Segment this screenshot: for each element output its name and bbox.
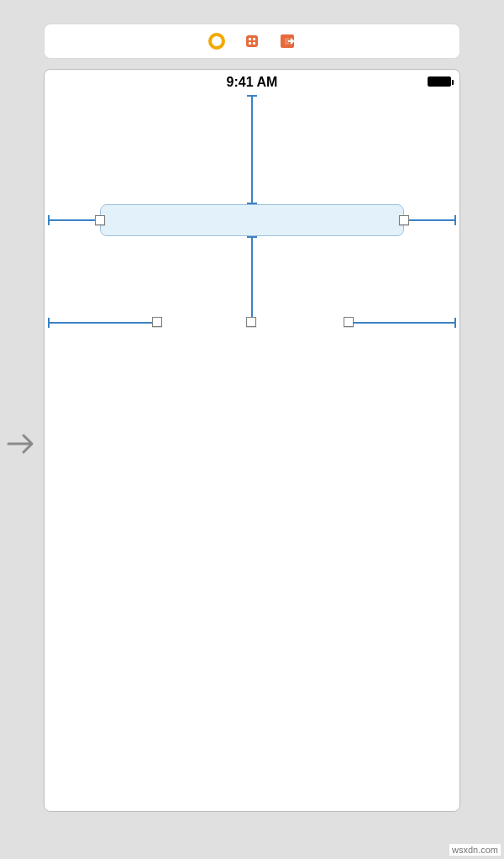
trailing-constraint[interactable] [404,219,456,221]
constraint-cap [454,318,456,328]
constraint-cap [247,95,257,97]
status-bar: 9:41 AM [45,75,459,92]
selection-handle[interactable] [152,317,162,327]
selection-handle[interactable] [344,317,354,327]
constraint-cap [454,215,456,225]
constraint-cap [247,236,257,238]
view-controller-canvas[interactable]: 9:41 AM [44,69,460,812]
storyboard-entry-arrow-icon[interactable] [5,427,39,461]
battery-icon [428,76,451,87]
text-field[interactable] [100,204,404,236]
svg-rect-5 [253,42,255,45]
selection-handle[interactable] [246,317,256,327]
top-spacing-constraint[interactable] [251,95,253,204]
svg-rect-3 [253,38,255,40]
svg-rect-4 [249,42,251,45]
leading-constraint[interactable] [48,219,100,221]
svg-point-0 [210,34,223,48]
selection-handle-right[interactable] [399,215,409,225]
constraint-cap [48,215,50,225]
first-responder-icon[interactable] [244,33,260,50]
constraint-cap [48,318,50,328]
status-time: 9:41 AM [227,75,278,90]
scene-dock[interactable] [44,24,460,59]
watermark: wsxdn.com [449,844,501,856]
svg-rect-2 [249,38,251,40]
leading-constraint-2[interactable] [48,322,154,324]
exit-icon[interactable] [279,33,296,50]
vertical-spacing-constraint[interactable] [251,236,253,317]
trailing-constraint-2[interactable] [349,322,456,324]
selection-handle-left[interactable] [95,215,105,225]
svg-rect-1 [246,35,258,47]
scene-dock-icon[interactable] [208,33,225,50]
